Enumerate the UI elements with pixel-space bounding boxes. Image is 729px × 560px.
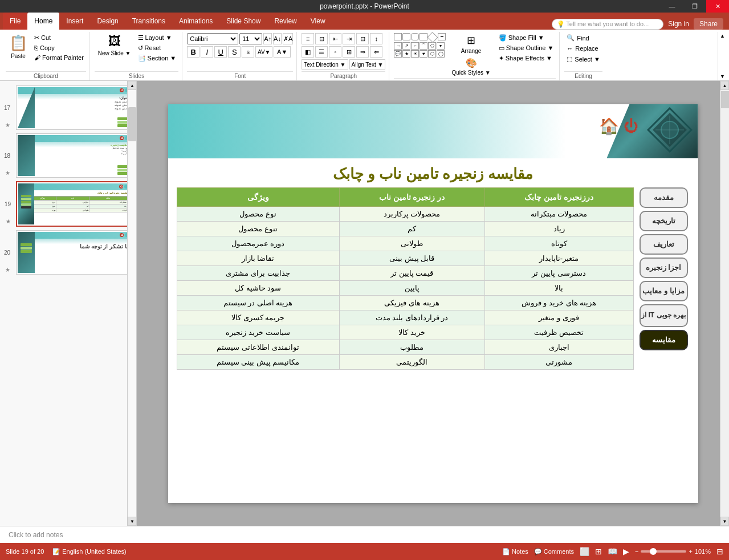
font-name-select[interactable]: Calibri — [187, 33, 238, 44]
find-button[interactable]: 🔍 Find — [564, 33, 591, 43]
slide-table-container[interactable]: درزنجیره تامین چابک در زنجیره تامین ناب … — [177, 187, 634, 370]
power-icon[interactable]: ⏻ — [624, 117, 638, 135]
strikethrough-button[interactable]: S — [228, 46, 241, 58]
increase-indent-button[interactable]: ⇥ — [343, 33, 355, 44]
notes-bar[interactable]: Click to add notes — [0, 526, 729, 543]
tab-view[interactable]: View — [304, 13, 332, 30]
italic-button[interactable]: I — [201, 46, 213, 58]
text-direction-button[interactable]: Text Direction ▼ — [302, 59, 348, 70]
tell-me-input[interactable]: 💡 Tell me what you want to do... — [552, 19, 664, 30]
notes-button[interactable]: 📄 Notes — [502, 548, 528, 555]
tab-transitions[interactable]: Transitions — [125, 13, 172, 30]
shape-arrow[interactable]: → — [394, 42, 402, 50]
spell-check-icon[interactable]: 📝 — [52, 548, 60, 555]
bullets-button[interactable]: ≡ — [302, 33, 314, 44]
shape-diamond[interactable] — [427, 32, 438, 43]
shape-more[interactable]: ▾ — [437, 42, 445, 50]
fit-to-window-button[interactable]: ⊟ — [716, 547, 723, 556]
tab-file[interactable]: File — [3, 13, 27, 30]
zoom-in-button[interactable]: + — [689, 548, 692, 555]
nav-btn-moqadame[interactable]: مقدمه — [640, 187, 688, 208]
tab-home[interactable]: Home — [27, 13, 59, 30]
ltr-button[interactable]: ⇐ — [370, 46, 382, 58]
nav-btn-it[interactable]: بهره جویی IT از — [640, 304, 688, 327]
zoom-percent[interactable]: 101% — [695, 548, 711, 555]
nav-btn-moqayese[interactable]: مقایسه — [640, 330, 688, 350]
tab-insert[interactable]: Insert — [59, 13, 90, 30]
tab-review[interactable]: Review — [267, 13, 303, 30]
decrease-font-button[interactable]: A↓ — [273, 33, 282, 44]
nav-btn-ajza[interactable]: اجزا زنجیره — [640, 257, 688, 278]
select-button[interactable]: ⬚ Select ▼ — [564, 54, 602, 64]
align-right-button[interactable]: ◦ — [329, 46, 341, 58]
slideshow-button[interactable]: ▶ — [623, 547, 629, 556]
bold-button[interactable]: B — [187, 46, 199, 58]
slide-thumb-18[interactable]: 18 ★ مقایسه زنجیره متن نمونه چندخطی • آی… — [16, 133, 132, 178]
slide-sorter-button[interactable]: ⊞ — [595, 547, 602, 556]
font-color-button[interactable]: A▼ — [274, 46, 291, 58]
arrange-button[interactable]: ⊞ Arrange — [448, 33, 494, 55]
house-icon[interactable]: 🏠 — [599, 117, 619, 136]
underline-button[interactable]: U — [214, 46, 227, 58]
tab-design[interactable]: Design — [90, 13, 125, 30]
paste-button[interactable]: 📋 Paste — [6, 33, 31, 60]
line-spacing-button[interactable]: ↕ — [370, 33, 382, 44]
shape-flow[interactable]: ◯ — [437, 50, 445, 58]
shape-pentagon[interactable]: ⬠ — [428, 42, 436, 50]
section-button[interactable]: 📑 Section ▼ — [136, 54, 179, 63]
shape-rect2[interactable] — [402, 33, 410, 40]
font-size-select[interactable]: 11 — [239, 33, 262, 44]
ribbon-scroll-up[interactable]: ▲ — [719, 32, 726, 40]
shape-action[interactable]: ⬡ — [428, 50, 436, 58]
decrease-indent-button[interactable]: ⇤ — [329, 33, 341, 44]
new-slide-button[interactable]: 🖼 New Slide ▼ — [95, 33, 135, 58]
reset-button[interactable]: ↺ Reset — [136, 43, 179, 53]
minimize-button[interactable]: — — [661, 0, 683, 13]
align-left-button[interactable]: ◧ — [302, 46, 314, 58]
nav-btn-taaref[interactable]: تعاریف — [640, 234, 688, 255]
shape-curve[interactable]: ⌒ — [420, 42, 427, 50]
shape-heart[interactable]: ♥ — [420, 50, 427, 58]
columns-button[interactable]: ⊟ — [356, 33, 369, 44]
shape-arrow2[interactable]: ↗ — [402, 42, 410, 50]
share-button[interactable]: Share — [694, 18, 723, 30]
maximize-button[interactable]: ❐ — [683, 0, 706, 13]
numbering-button[interactable]: ⊟ — [315, 33, 328, 44]
shape-effects-button[interactable]: ✦ Shape Effects ▼ — [496, 54, 556, 63]
tab-animations[interactable]: Animations — [172, 13, 219, 30]
justify-button[interactable]: ⊞ — [343, 46, 355, 58]
signin-button[interactable]: Sign in — [668, 20, 689, 28]
content-scroll-up[interactable]: ▲ — [720, 81, 729, 90]
copy-button[interactable]: ⎘ Copy — [32, 43, 86, 52]
slide-thumb-20[interactable]: 20 ★ با تشکر از توجه شما ⏻ — [16, 230, 132, 275]
char-spacing-button[interactable]: AV▼ — [255, 46, 272, 58]
slide-thumb-17[interactable]: 17 ★ عنوان: • متن نمونه• متن نمونه• متن … — [16, 85, 132, 130]
close-button[interactable]: ✕ — [706, 0, 729, 13]
clear-format-button[interactable]: ✗A — [283, 33, 293, 44]
comments-button[interactable]: 💬 Comments — [534, 548, 574, 555]
format-painter-button[interactable]: 🖌 Format Painter — [32, 53, 86, 62]
rtl-button[interactable]: ⇒ — [356, 46, 369, 58]
increase-font-button[interactable]: A↑ — [263, 33, 272, 44]
cut-button[interactable]: ✂ Cut — [32, 33, 86, 43]
slide-panel[interactable]: 17 ★ عنوان: • متن نمونه• متن نمونه• متن … — [0, 81, 137, 526]
panel-scroll-up[interactable]: ▲ — [128, 81, 137, 90]
align-center-button[interactable]: ☰ — [315, 46, 328, 58]
tab-slideshow[interactable]: Slide Show — [219, 13, 267, 30]
shape-rounded[interactable] — [411, 33, 419, 40]
zoom-slider[interactable] — [641, 550, 686, 553]
nav-btn-tarikhche[interactable]: تاریخچه — [640, 211, 688, 231]
content-scroll-down[interactable]: ▼ — [720, 517, 729, 526]
shape-star[interactable]: ★ — [402, 50, 410, 58]
shape-fill-button[interactable]: 🪣 Shape Fill ▼ — [496, 33, 556, 43]
reading-view-button[interactable]: 📖 — [608, 547, 617, 556]
zoom-out-button[interactable]: − — [635, 548, 638, 555]
quick-styles-button[interactable]: 🎨 Quick Styles ▼ — [448, 56, 494, 77]
text-shadow-button[interactable]: s — [242, 46, 254, 58]
align-text-button[interactable]: Align Text ▼ — [349, 59, 386, 70]
replace-button[interactable]: ↔ Replace — [564, 44, 600, 53]
shape-line[interactable]: ━ — [438, 33, 446, 40]
shape-outline-button[interactable]: ▭ Shape Outline ▼ — [496, 43, 556, 53]
slide-thumb-19[interactable]: 19 ★ مقایسه زنجیره تامین ناب و چابک چابک… — [16, 181, 132, 227]
slide-title[interactable]: مقایسه زنجیره تامین ناب و چابک — [168, 165, 698, 183]
